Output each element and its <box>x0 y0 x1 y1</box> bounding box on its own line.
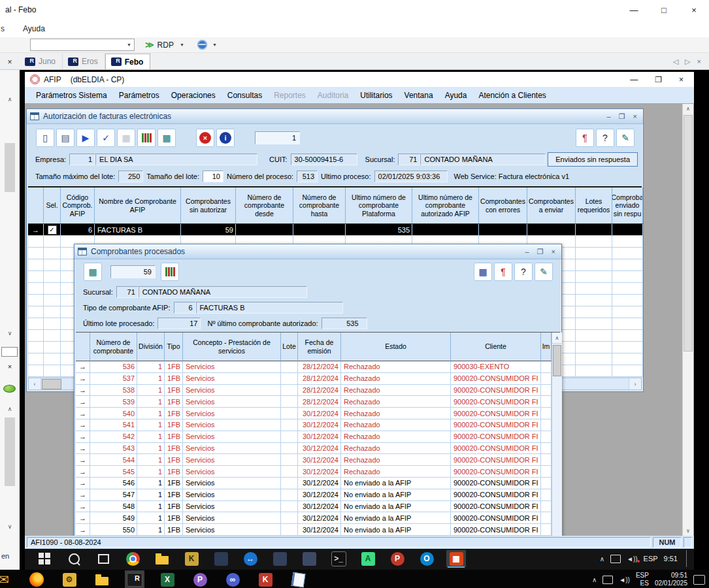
search-icon[interactable] <box>64 550 84 567</box>
comprobante-row-538[interactable]: →53811FBServicios28/12/2024Rechazado9000… <box>76 385 552 397</box>
tab-febo[interactable]: Febo <box>105 54 151 69</box>
columns-icon[interactable] <box>161 263 179 281</box>
task-view-icon[interactable] <box>93 550 113 567</box>
android-app-icon[interactable]: A <box>358 550 378 567</box>
notification-center-icon[interactable] <box>693 575 705 585</box>
admin-tools-icon[interactable]: ⚙ <box>59 570 79 588</box>
photoshop-app-icon[interactable]: P <box>387 550 407 567</box>
scroll-up-icon[interactable]: ∧ <box>683 104 693 114</box>
mail-icon[interactable]: ✉ <box>0 570 14 588</box>
comprobante-row-543[interactable]: →54311FBServicios30/12/2024Rechazado9000… <box>76 443 552 455</box>
help-icon[interactable]: ? <box>596 129 614 147</box>
globe-icon[interactable] <box>197 40 207 50</box>
execute-icon[interactable]: ✎ <box>535 263 553 281</box>
checkbox-checked-icon[interactable]: ✓ <box>48 225 57 235</box>
scroll-down-icon[interactable]: ∨ <box>0 330 20 336</box>
excel-icon[interactable]: X <box>157 570 177 588</box>
paint-icon[interactable]: P <box>190 570 210 588</box>
scroll-down-icon[interactable]: ∨ <box>683 526 693 536</box>
lote-size-input[interactable]: 10 <box>203 171 223 182</box>
edit-properties-icon[interactable]: ▤ <box>56 129 74 147</box>
comprobante-row-549[interactable]: →54911FBServicios30/12/2024No enviado a … <box>76 512 552 524</box>
info-icon[interactable]: i <box>216 129 235 147</box>
host-menu-ayuda[interactable]: Ayuda <box>23 24 45 33</box>
restore-button[interactable]: ❐ <box>619 112 625 121</box>
grid-icon[interactable]: ▦ <box>474 263 492 281</box>
scroll-up-icon[interactable]: ∧ <box>0 406 20 412</box>
afip-restore-button[interactable]: ❐ <box>655 75 662 84</box>
process-count-field[interactable]: 1 <box>255 131 300 144</box>
scrollbar-thumb[interactable] <box>684 115 693 351</box>
comprobante-row-550[interactable]: →55011FBServicios30/12/2024No enviado a … <box>76 524 552 536</box>
scrollbar-thumb[interactable] <box>5 417 15 486</box>
afip-menu-consultas[interactable]: Consultas <box>222 91 268 100</box>
tab-eros[interactable]: Eros <box>63 54 105 69</box>
panel-close-icon[interactable]: × <box>0 57 20 69</box>
folder-icon[interactable] <box>152 550 172 567</box>
speaker-muted-icon[interactable]: ◄)) <box>627 555 638 563</box>
phone-app-icon[interactable] <box>211 550 231 567</box>
afip-menu-utilitarios[interactable]: Utilitarios <box>354 91 398 100</box>
remote-clock[interactable]: 9:51 <box>664 555 678 563</box>
confirm-icon[interactable]: ✓ <box>97 129 115 147</box>
help-icon[interactable]: ? <box>514 263 533 281</box>
comprobante-row-544[interactable]: →54411FBServicios30/12/2024Rechazado9000… <box>76 454 552 466</box>
connection-combobox[interactable]: ▼ <box>30 39 135 51</box>
notepad-icon[interactable] <box>288 570 308 588</box>
panel-input[interactable] <box>1 347 18 357</box>
firefox-icon[interactable] <box>27 570 46 588</box>
scroll-up-icon[interactable]: ∧ <box>0 96 20 103</box>
enviados-sin-respuesta-button[interactable]: Enviados sin respuesta <box>548 152 638 167</box>
autorizacion-titlebar[interactable]: Autorización de facturas electrónicas – … <box>27 109 643 124</box>
tab-scroll-right-icon[interactable]: ▷ <box>685 57 690 66</box>
comprobante-row-545[interactable]: →54511FBServicios30/12/2024Rechazado9000… <box>76 466 552 478</box>
mremoteng-icon[interactable] <box>125 570 144 588</box>
preview-icon[interactable]: ¶ <box>576 129 594 147</box>
close-button[interactable]: × <box>633 112 637 121</box>
rdp-tray-icon[interactable] <box>602 576 613 584</box>
mdi-vertical-scrollbar[interactable]: ∧ ∨ <box>682 104 693 536</box>
tab-close-icon[interactable]: × <box>697 57 701 66</box>
tray-chevron-up-icon[interactable]: ∧ <box>592 576 597 583</box>
comprobante-row-537[interactable]: →53711FBServicios28/12/2024Rechazado9000… <box>76 373 552 385</box>
comprobante-row-539[interactable]: →53911FBServicios28/12/2024Rechazado9000… <box>76 396 552 408</box>
speaker-icon[interactable]: ◄)) <box>619 576 630 583</box>
selected-comprobante-row[interactable]: →✓6FACTURAS B59535 <box>28 224 642 236</box>
scrollbar-thumb[interactable] <box>5 143 15 192</box>
scrollbar-thumb[interactable] <box>553 345 561 376</box>
remote-language-indicator[interactable]: ESP <box>644 555 658 563</box>
comprobante-row-541[interactable]: →54111FBServicios30/12/2024Rechazado9000… <box>76 419 552 431</box>
device-app-icon[interactable] <box>270 550 289 567</box>
rdp-connect-button[interactable]: ≫ RDP ▼ <box>145 40 187 50</box>
afip-minimize-button[interactable]: — <box>630 75 638 84</box>
host-close-button[interactable]: × <box>679 0 709 20</box>
start-icon[interactable] <box>35 550 54 567</box>
tab-scroll-left-icon[interactable]: ◁ <box>673 57 678 66</box>
afip-menu-par-metros-sistema[interactable]: Parámetros Sistema <box>30 91 113 100</box>
close-button[interactable]: × <box>552 248 555 256</box>
close-icon[interactable]: × <box>0 363 20 370</box>
cancel-icon[interactable]: × <box>196 129 214 147</box>
chrome-icon[interactable] <box>123 550 142 567</box>
afip-close-button[interactable]: × <box>679 75 684 84</box>
folder-icon[interactable] <box>92 570 112 588</box>
comprobante-row-547[interactable]: →54711FBServicios30/12/2024No enviado a … <box>76 489 552 501</box>
skype-icon[interactable]: O <box>417 550 437 567</box>
comprobante-row-542[interactable]: →54211FBServicios30/12/2024Rechazado9000… <box>76 431 552 443</box>
vertical-scrollbar[interactable]: ∧ <box>552 333 562 536</box>
afip-menu-par-metros[interactable]: Parámetros <box>113 91 165 100</box>
scroll-down-icon[interactable]: ∨ <box>0 523 20 530</box>
tray-chevron-up-icon[interactable]: ∧ <box>600 555 604 563</box>
tab-juno[interactable]: Juno <box>20 54 63 69</box>
grid-edit-icon[interactable]: ▦ <box>157 129 176 147</box>
clock[interactable]: 09:5102/01/2025 <box>655 572 687 587</box>
red-app-icon[interactable]: K <box>256 570 275 588</box>
afip-menu-operaciones[interactable]: Operaciones <box>165 91 222 100</box>
comprobante-row-540[interactable]: →54011FBServicios30/12/2024Rechazado9000… <box>76 408 552 419</box>
scroll-left-icon[interactable]: ‹ <box>29 378 41 389</box>
record-count-field[interactable]: 59 <box>110 265 156 278</box>
scroll-up-icon[interactable]: ∧ <box>552 333 562 344</box>
scroll-right-icon[interactable]: › <box>629 378 641 389</box>
scrollbar-thumb[interactable] <box>42 379 61 389</box>
grid-edit-icon[interactable]: ▦ <box>84 263 102 281</box>
